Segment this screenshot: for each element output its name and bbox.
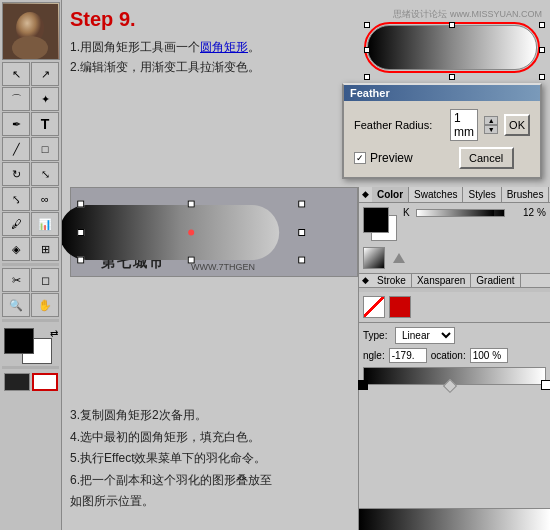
text-tool[interactable]: T [31, 112, 59, 136]
toolbar-separator [2, 263, 59, 266]
tab-stroke[interactable]: Stroke [372, 274, 412, 287]
handle-ml[interactable] [77, 229, 84, 236]
svg-point-2 [12, 36, 48, 59]
direct-select-tool[interactable]: ↗ [31, 62, 59, 86]
gradient-bar-bottom [359, 508, 550, 530]
canvas-shape [62, 205, 279, 260]
blend-tool[interactable]: ∞ [31, 187, 59, 211]
scissors-tool[interactable]: ✂ [2, 268, 30, 292]
handle-br[interactable] [298, 257, 305, 264]
canvas-section: 第七城市 WWW.7THGEN ◆ Color Swatc [62, 183, 550, 399]
rotate-tool[interactable]: ↻ [2, 162, 30, 186]
fg-swatch-small[interactable] [363, 207, 389, 233]
right-panel-bottom [358, 399, 550, 530]
preview-shape-container [367, 25, 542, 77]
color-panel-tabs: ◆ Color Swatches Styles Brushes [359, 187, 550, 203]
gradient-bar[interactable] [363, 367, 546, 385]
ok-button[interactable]: OK [504, 114, 530, 136]
lasso-tool[interactable]: ⌒ [2, 87, 30, 111]
tab-color[interactable]: Color [372, 187, 409, 202]
handle-bm[interactable] [188, 257, 195, 264]
anchor-tl [364, 22, 370, 28]
tab-styles[interactable]: Styles [463, 187, 501, 202]
red-swatch[interactable] [389, 296, 411, 318]
preview-label: Preview [370, 151, 413, 165]
cancel-button[interactable]: Cancel [459, 147, 514, 169]
watermark-text: 思绪设计论坛 www.MISSYUAN.COM [393, 8, 542, 21]
step-text-area: Step 9. 1.用圆角矩形工具画一个圆角矩形。 2.编辑渐变，用渐变工具拉渐… [70, 8, 354, 179]
gradient-tool[interactable]: ◈ [2, 237, 30, 261]
select-tool[interactable]: ↖ [2, 62, 30, 86]
radius-spinner[interactable]: ▲ ▼ [484, 116, 498, 134]
handle-mr[interactable] [298, 229, 305, 236]
color-selector: ⇄ [4, 328, 58, 364]
handle-tm[interactable] [188, 201, 195, 208]
handle-tl[interactable] [77, 201, 84, 208]
gradient-stop-white[interactable] [541, 380, 550, 390]
anchor-bm [449, 74, 455, 80]
instruction-line-2: 2.编辑渐变，用渐变工具拉渐变色。 [70, 57, 354, 77]
swap-colors-icon[interactable]: ⇄ [50, 328, 58, 339]
angle-label: ngle: [363, 350, 385, 361]
zoom-tool[interactable]: 🔍 [2, 293, 30, 317]
portrait-image [2, 2, 60, 60]
color-panel-arrow[interactable]: ◆ [359, 187, 372, 202]
tool-grid: ↖ ↗ ⌒ ✦ ✒ T ╱ □ ↻ ⤡ ⤣ ∞ 🖋 📊 ◈ ⊞ [2, 62, 59, 261]
preview-checkbox-row: ✓ Preview [354, 151, 413, 165]
k-slider[interactable] [416, 209, 505, 217]
spinner-down[interactable]: ▼ [484, 125, 498, 134]
gradient-preview-small [363, 247, 385, 269]
gradient-bar-container [363, 367, 546, 385]
tab-brushes[interactable]: Brushes [502, 187, 550, 202]
graph-tool[interactable]: 📊 [31, 212, 59, 236]
bottom-section: 3.复制圆角矩形2次备用。 4.选中最初的圆角矩形，填充白色。 5.执行Effe… [62, 399, 550, 530]
spinner-up[interactable]: ▲ [484, 116, 498, 125]
location-input[interactable] [470, 348, 508, 363]
anchor-tr [539, 22, 545, 28]
tab-gradient[interactable]: Gradient [471, 274, 520, 287]
hand-tool[interactable]: ✋ [31, 293, 59, 317]
dialog-title: Feather [350, 87, 390, 99]
magic-wand-tool[interactable]: ✦ [31, 87, 59, 111]
angle-input[interactable] [389, 348, 427, 363]
mesh-tool[interactable]: ⊞ [31, 237, 59, 261]
stroke-arrow[interactable]: ◆ [359, 274, 372, 287]
eyedropper-tool[interactable]: 🖋 [2, 212, 30, 236]
right-panels: ◆ Color Swatches Styles Brushes K [358, 187, 550, 399]
none-swatch[interactable] [363, 296, 385, 318]
radius-row: Feather Radius: 1 mm ▲ ▼ OK [354, 109, 530, 141]
color-selector-small [363, 207, 399, 243]
anchor-ml [364, 47, 370, 53]
warp-tool[interactable]: ⤣ [2, 187, 30, 211]
rect-tool[interactable]: □ [31, 137, 59, 161]
radius-input[interactable]: 1 mm [450, 109, 478, 141]
instruction-line-1: 1.用圆角矩形工具画一个圆角矩形。 [70, 37, 354, 57]
preview-rounded-rect [367, 25, 537, 70]
step-title: Step 9. [70, 8, 354, 31]
gradient-type-select[interactable]: Linear [395, 327, 455, 344]
gradient-stop-black[interactable] [358, 380, 368, 390]
eraser-tool[interactable]: ◻ [31, 268, 59, 292]
percent-label: % [537, 207, 546, 218]
preview-row: ✓ Preview Cancel [354, 147, 530, 169]
handle-tr[interactable] [298, 201, 305, 208]
stroke-panel-tabs: ◆ Stroke Xansparen Gradient [359, 274, 550, 288]
k-value: 12 [508, 207, 534, 218]
instruction-line-4: 4.选中最初的圆角矩形，填充白色。 [70, 427, 350, 449]
tool-grid-2: ✂ ◻ 🔍 ✋ [2, 268, 59, 317]
k-label: K [403, 207, 413, 218]
handle-bl[interactable] [77, 257, 84, 264]
location-label: ocation: [431, 350, 466, 361]
tab-transparency[interactable]: Xansparen [412, 274, 471, 287]
step-instructions: 1.用圆角矩形工具画一个圆角矩形。 2.编辑渐变，用渐变工具拉渐变色。 [70, 37, 354, 78]
tab-swatches[interactable]: Swatches [409, 187, 463, 202]
gradient-angle-row: ngle: ocation: [363, 348, 546, 363]
instruction-line-6b: 如图所示位置。 [70, 491, 350, 513]
preview-checkbox[interactable]: ✓ [354, 152, 366, 164]
anchor-br [539, 74, 545, 80]
scale-tool[interactable]: ⤡ [31, 162, 59, 186]
line-tool[interactable]: ╱ [2, 137, 30, 161]
foreground-color-swatch[interactable] [4, 328, 34, 354]
gradient-panel: Type: Linear ngle: ocation: [359, 323, 550, 399]
pen-tool[interactable]: ✒ [2, 112, 30, 136]
